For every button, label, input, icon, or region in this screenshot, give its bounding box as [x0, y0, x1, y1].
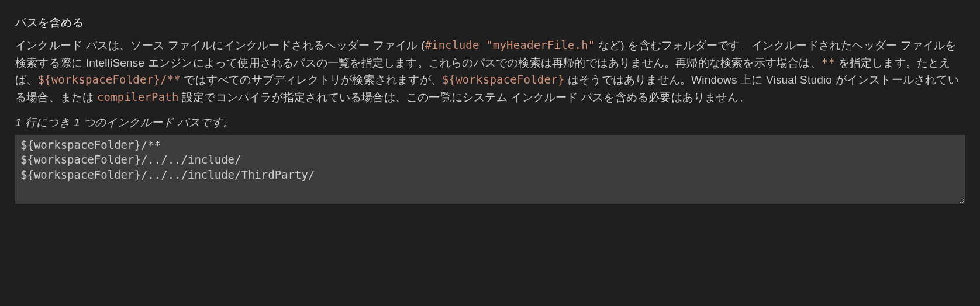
section-title: パスを含める [15, 14, 965, 31]
desc-text: 設定でコンパイラが指定されている場合は、この一覧にシステム インクルード パスを… [179, 91, 750, 103]
desc-code-globstar: ** [822, 56, 835, 69]
desc-code-compilerpath: compilerPath [97, 91, 179, 103]
include-path-input[interactable] [15, 135, 965, 204]
desc-code-workspace: ${workspaceFolder} [442, 73, 565, 86]
section-description: インクルード パスは、ソース ファイルにインクルードされるヘッダー ファイル (… [15, 37, 965, 106]
desc-text: ではすべてのサブディレクトリが検索されますが、 [181, 74, 442, 86]
desc-text: インクルード パスは、ソース ファイルにインクルードされるヘッダー ファイル ( [15, 39, 425, 51]
include-path-field-wrap [15, 135, 965, 208]
desc-code-workspace-glob: ${workspaceFolder}/** [37, 73, 180, 86]
input-hint: 1 行につき 1 つのインクルード パスです。 [15, 114, 965, 131]
desc-code-include: #include "myHeaderFile.h" [425, 39, 595, 51]
